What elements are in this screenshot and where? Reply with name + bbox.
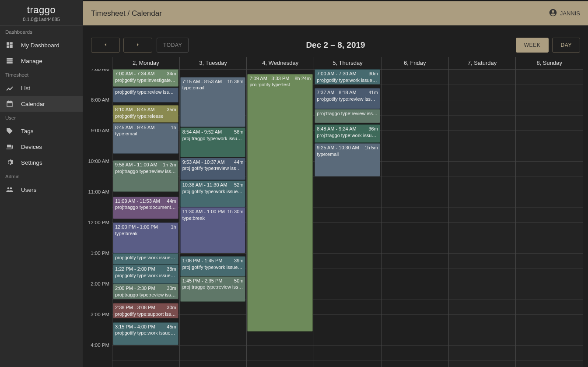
sidebar-item-devices[interactable]: Devices xyxy=(0,139,83,155)
devices-icon xyxy=(5,142,14,151)
calendar-toolbar: TODAY Dec 2 – 8, 2019 WEEK DAY xyxy=(83,25,588,57)
sidebar-item-label: Tags xyxy=(21,128,34,134)
calendar-event[interactable]: proj:traggo type:review iss… xyxy=(315,109,380,123)
sidebar-item-list[interactable]: List xyxy=(0,80,83,96)
sidebar-heading: Admin xyxy=(0,170,83,182)
day-header: 4, Wednesday xyxy=(246,57,314,69)
hour-label: 10:00 AM xyxy=(88,159,109,164)
day-column[interactable]: 7:15 AM - 8:53 AM1h 38mtype:email8:54 AM… xyxy=(179,69,247,367)
user-menu[interactable]: JANNIS xyxy=(549,8,580,18)
sidebar: traggo 0.1.0@1ad44885 DashboardsMy Dashb… xyxy=(0,0,83,367)
hour-label: 8:00 AM xyxy=(91,97,109,102)
calendar-event[interactable]: 10:38 AM - 11:30 AM52mproj:gotify type:w… xyxy=(180,180,246,207)
view-week-button[interactable]: WEEK xyxy=(516,38,549,53)
calendar-event[interactable]: 2:00 PM - 2:30 PM30mproj:traggo type:rev… xyxy=(113,284,178,299)
calendar-event[interactable]: proj:gotify type:work issue… xyxy=(113,253,178,265)
hour-label: 7:00 AM xyxy=(91,69,109,72)
sidebar-item-my-dashboard[interactable]: My Dashboard xyxy=(0,37,83,53)
sidebar-item-manage[interactable]: Manage xyxy=(0,53,83,69)
sidebar-item-settings[interactable]: Settings xyxy=(0,155,83,170)
calendar-event[interactable]: 7:00 AM - 7:34 AM34mproj:gotify type:inv… xyxy=(113,69,178,87)
calendar-event[interactable]: 1:45 PM - 2:35 PM50mproj:traggo type:rev… xyxy=(180,276,246,302)
sidebar-item-label: Users xyxy=(21,187,36,193)
calendar-event[interactable]: 7:09 AM - 3:33 PM8h 24mproj:gotify type:… xyxy=(247,74,313,332)
calendar-event[interactable]: 11:09 AM - 11:53 AM44mproj:traggo type:d… xyxy=(113,197,178,219)
day-header: 6, Friday xyxy=(381,57,448,69)
today-button[interactable]: TODAY xyxy=(157,38,189,53)
day-header: 2, Monday xyxy=(112,57,179,69)
day-header-row: 2, Monday3, Tuesday4, Wednesday5, Thursd… xyxy=(87,57,583,69)
calendar-event[interactable]: 1:06 PM - 1:45 PM39mproj:gotify type:wor… xyxy=(180,256,246,276)
day-header: 7, Saturday xyxy=(448,57,516,69)
gear-icon xyxy=(5,158,14,167)
dashboard-icon xyxy=(5,41,14,49)
day-column[interactable] xyxy=(448,69,516,367)
users-icon xyxy=(5,185,14,194)
day-header: 8, Sunday xyxy=(515,57,583,69)
calendar-icon xyxy=(5,99,14,108)
calendar-event[interactable]: 9:25 AM - 10:30 AM1h 5mtype:email xyxy=(315,143,380,176)
date-range-title: Dec 2 – 8, 2019 xyxy=(306,40,365,50)
user-name: JANNIS xyxy=(560,10,580,17)
brand-version: 0.1.0@1ad44885 xyxy=(0,17,83,22)
day-column[interactable]: 7:00 AM - 7:30 AM30mproj:gotify type:wor… xyxy=(314,69,381,367)
calendar-event[interactable]: 11:30 AM - 1:00 PM1h 30mtype:break xyxy=(180,207,246,253)
day-column[interactable] xyxy=(381,69,448,367)
calendar-event[interactable]: 7:37 AM - 8:18 AM41mproj:gotify type:rev… xyxy=(315,88,380,109)
calendar-event[interactable]: proj:gotify type:review issu… xyxy=(113,88,178,102)
calendar: 2, Monday3, Tuesday4, Wednesday5, Thursd… xyxy=(83,57,588,367)
chevron-right-icon xyxy=(135,42,141,49)
sidebar-item-label: Settings xyxy=(21,159,42,166)
sidebar-item-label: Manage xyxy=(21,58,42,64)
hour-label: 9:00 AM xyxy=(91,128,109,133)
calendar-event[interactable]: 3:15 PM - 4:00 PM45mproj:gotify type:wor… xyxy=(113,322,178,346)
hour-label: 3:00 PM xyxy=(91,312,109,317)
sidebar-item-label: Calendar xyxy=(21,101,45,107)
day-header: 3, Tuesday xyxy=(179,57,247,69)
calendar-event[interactable]: 9:58 AM - 11:00 AM1h 2mproj:traggo type:… xyxy=(113,160,178,192)
calendar-event[interactable]: 2:38 PM - 3:08 PM30mproj:gotify type:sup… xyxy=(113,303,178,318)
calendar-event[interactable]: 8:45 AM - 9:45 AM1htype:email xyxy=(113,123,178,154)
hour-label: 2:00 PM xyxy=(91,281,109,286)
sidebar-item-tags[interactable]: Tags xyxy=(0,123,83,139)
sidebar-item-calendar[interactable]: Calendar xyxy=(0,96,83,112)
calendar-event[interactable]: 8:10 AM - 8:45 AM35mproj:gotify type:rel… xyxy=(113,105,178,123)
sidebar-heading: Dashboards xyxy=(0,26,83,37)
calendar-event[interactable]: 7:00 AM - 7:30 AM30mproj:gotify type:wor… xyxy=(315,69,380,85)
day-column[interactable]: 7:09 AM - 3:33 PM8h 24mproj:gotify type:… xyxy=(246,69,314,367)
calendar-event[interactable]: 7:15 AM - 8:53 AM1h 38mtype:email xyxy=(180,77,246,127)
hour-label: 12:00 PM xyxy=(88,220,109,225)
calendar-event[interactable]: 8:48 AM - 9:24 AM36mproj:traggo type:wor… xyxy=(315,124,380,143)
day-column[interactable] xyxy=(515,69,583,367)
hour-label: 11:00 AM xyxy=(88,189,109,194)
calendar-event[interactable]: 8:54 AM - 9:52 AM58mproj:traggo type:wor… xyxy=(180,127,246,157)
day-header: 5, Thursday xyxy=(314,57,381,69)
timeline-icon xyxy=(5,84,14,92)
calendar-event[interactable]: 9:53 AM - 10:37 AM44mproj:gotify type:re… xyxy=(180,158,246,180)
tag-icon xyxy=(5,127,14,135)
calendar-scroll[interactable]: 7:00 AM8:00 AM9:00 AM10:00 AM11:00 AM12:… xyxy=(87,69,583,367)
sidebar-item-label: Devices xyxy=(21,144,42,150)
sidebar-heading: User xyxy=(0,112,83,123)
calendar-event[interactable]: 12:00 PM - 1:00 PM1htype:break xyxy=(113,222,178,253)
brand-block: traggo 0.1.0@1ad44885 xyxy=(0,0,83,26)
hour-label: 1:00 PM xyxy=(91,251,109,256)
day-column[interactable]: 7:00 AM - 7:34 AM34mproj:gotify type:inv… xyxy=(112,69,179,367)
next-button[interactable] xyxy=(123,38,152,53)
sidebar-item-users[interactable]: Users xyxy=(0,182,83,198)
breadcrumb: Timesheet / Calendar xyxy=(91,9,162,18)
view-day-button[interactable]: DAY xyxy=(552,38,580,53)
calendar-event[interactable]: 1:22 PM - 2:00 PM38mproj:gotify type:wor… xyxy=(113,265,178,284)
topbar: Timesheet / Calendar JANNIS xyxy=(83,0,588,25)
sidebar-item-label: My Dashboard xyxy=(21,42,60,49)
sidebar-item-label: List xyxy=(21,85,30,92)
list-box-icon xyxy=(5,56,14,65)
prev-button[interactable] xyxy=(91,38,120,53)
account-icon xyxy=(549,8,557,18)
sidebar-heading: Timesheet xyxy=(0,69,83,80)
hour-label: 4:00 PM xyxy=(91,342,109,348)
chevron-left-icon xyxy=(102,42,108,49)
brand-name: traggo xyxy=(0,4,83,16)
